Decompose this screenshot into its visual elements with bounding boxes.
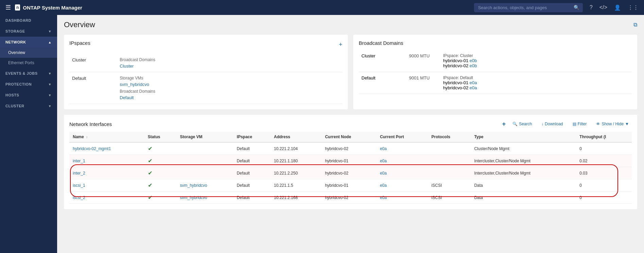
sidebar-item-cluster[interactable]: CLUSTER ▼ bbox=[0, 101, 57, 111]
table-row: inter_2 ✔ Default 10.221.2.250 hybridcvo… bbox=[69, 167, 632, 179]
cell-storage-vm: svm_hybridcvo bbox=[176, 179, 233, 192]
bd-name: Default bbox=[359, 72, 406, 94]
sidebar-item-dashboard[interactable]: DASHBOARD bbox=[0, 15, 57, 26]
status-ok-icon: ✔ bbox=[148, 146, 152, 151]
cell-storage-vm bbox=[176, 155, 233, 167]
sidebar-item-events-jobs[interactable]: EVENTS & JOBS ▼ bbox=[0, 68, 57, 79]
status-ok-icon: ✔ bbox=[148, 182, 152, 188]
chevron-down-icon: ▼ bbox=[48, 72, 52, 75]
cell-current-node: hybridcvo-02 bbox=[322, 192, 376, 204]
cell-ipspace: Default bbox=[233, 179, 270, 192]
port-link[interactable]: e0a bbox=[380, 146, 387, 151]
cell-status: ✔ bbox=[145, 179, 177, 192]
cell-status: ✔ bbox=[145, 192, 177, 204]
port-link[interactable]: e0a bbox=[380, 195, 387, 200]
col-name[interactable]: Name ↕ bbox=[69, 132, 145, 142]
port-link[interactable]: e0a bbox=[380, 171, 387, 176]
app-title: ONTAP System Manager bbox=[23, 5, 82, 11]
network-interfaces-section: Network Interfaces + 🔍 Search ↓ Download… bbox=[64, 115, 637, 209]
storage-vms-label: Storage VMs bbox=[120, 76, 340, 80]
expand-icon[interactable]: ⧉ bbox=[633, 22, 637, 28]
code-icon[interactable]: </> bbox=[599, 4, 607, 11]
interface-name-link[interactable]: iscsi_2 bbox=[73, 195, 85, 200]
cell-status: ✔ bbox=[145, 155, 177, 167]
ni-show-hide-button[interactable]: 👁 Show / Hide ▼ bbox=[593, 120, 632, 128]
broadcast-domains-label2: Broadcast Domains bbox=[120, 89, 340, 94]
ipspaces-title: IPspaces bbox=[69, 40, 90, 46]
sidebar-item-protection[interactable]: PROTECTION ▼ bbox=[0, 79, 57, 90]
storage-vm-link[interactable]: svm_hybridcvo bbox=[180, 195, 207, 200]
ni-download-button[interactable]: ↓ Download bbox=[539, 120, 565, 128]
port-link[interactable]: e0b bbox=[470, 63, 477, 68]
port-link[interactable]: e0b bbox=[470, 58, 477, 63]
sidebar-sub-item-overview[interactable]: Overview bbox=[0, 48, 57, 58]
table-header-row: Name ↕ Status Storage VM IPspace Address… bbox=[69, 132, 632, 142]
interface-name-link[interactable]: inter_1 bbox=[73, 159, 85, 163]
apps-icon[interactable]: ⋮⋮ bbox=[628, 4, 639, 11]
sidebar-sub-item-ethernet-ports[interactable]: Ethernet Ports bbox=[0, 58, 57, 68]
table-row: inter_1 ✔ Default 10.221.1.180 hybridcvo… bbox=[69, 155, 632, 167]
help-icon[interactable]: ? bbox=[590, 4, 593, 11]
interface-name-link[interactable]: inter_2 bbox=[73, 171, 85, 176]
table-row: Cluster 9000 MTU IPspace: Cluster hybrid… bbox=[359, 50, 632, 72]
cell-protocols: iSCSI bbox=[428, 192, 471, 204]
cell-address: 10.221.2.168 bbox=[270, 192, 321, 204]
chevron-down-icon: ▼ bbox=[48, 30, 52, 33]
filter-icon: ▤ bbox=[573, 122, 576, 126]
global-search-input[interactable] bbox=[474, 3, 583, 12]
cell-current-port: e0a bbox=[376, 167, 428, 179]
port-link[interactable]: e0a bbox=[470, 80, 477, 85]
status-ok-icon: ✔ bbox=[148, 170, 152, 176]
cell-address: 10.221.2.104 bbox=[270, 142, 321, 155]
hamburger-menu[interactable]: ☰ bbox=[5, 4, 11, 11]
broadcast-domains-card: Broadcast Domains Cluster 9000 MTU IPspa… bbox=[353, 35, 637, 109]
port-link[interactable]: e0a bbox=[470, 85, 477, 90]
ni-search-button[interactable]: 🔍 Search bbox=[510, 120, 535, 128]
port-link[interactable]: e0a bbox=[380, 183, 387, 188]
col-current-port: Current Port bbox=[376, 132, 428, 142]
page-header: Overview ⧉ bbox=[64, 20, 637, 29]
table-row: iscsi_2 ✔ svm_hybridcvo Default 10.221.2… bbox=[69, 192, 632, 204]
ipspace-name: Cluster bbox=[69, 54, 117, 72]
cell-name: inter_1 bbox=[69, 155, 145, 167]
chevron-down-icon: ▼ bbox=[48, 104, 52, 108]
col-address: Address bbox=[270, 132, 321, 142]
bd-name: Cluster bbox=[359, 50, 406, 72]
sort-icon: ↕ bbox=[86, 135, 88, 139]
user-icon[interactable]: 👤 bbox=[614, 4, 621, 11]
cell-throughput: 0 bbox=[576, 192, 632, 204]
sidebar: DASHBOARD STORAGE ▼ NETWORK ▲ Overview E… bbox=[0, 15, 57, 253]
ipspaces-add-button[interactable]: + bbox=[339, 41, 342, 48]
interface-name-link[interactable]: hybridcvo-02_mgmt1 bbox=[73, 146, 111, 151]
ipspace-name: Default bbox=[69, 72, 117, 104]
ni-add-button[interactable]: + bbox=[502, 121, 506, 128]
app-logo: n ONTAP System Manager bbox=[15, 4, 82, 11]
table-row: Default 9001 MTU IPspace: Default hybrid… bbox=[359, 72, 632, 94]
interface-name-link[interactable]: iscsi_1 bbox=[73, 183, 85, 188]
cell-current-node: hybridcvo-01 bbox=[322, 155, 376, 167]
table-row: Cluster Broadcast Domains Cluster bbox=[69, 54, 342, 72]
cell-name: hybridcvo-02_mgmt1 bbox=[69, 142, 145, 155]
search-icon: 🔍 bbox=[574, 5, 579, 10]
sidebar-item-storage[interactable]: STORAGE ▼ bbox=[0, 26, 57, 37]
broadcast-domain-link2[interactable]: Default bbox=[120, 95, 134, 100]
cell-current-port: e0a bbox=[376, 192, 428, 204]
storage-vm-link[interactable]: svm_hybridcvo bbox=[120, 82, 149, 87]
cell-current-node: hybridcvo-01 bbox=[322, 179, 376, 192]
col-type: Type bbox=[471, 132, 576, 142]
cell-type: Data bbox=[471, 192, 576, 204]
cards-row: IPspaces + Cluster Broadcast Domains Clu… bbox=[64, 35, 637, 109]
sidebar-item-network[interactable]: NETWORK ▲ bbox=[0, 37, 57, 48]
cell-current-port: e0a bbox=[376, 179, 428, 192]
storage-vm-link[interactable]: svm_hybridcvo bbox=[180, 183, 207, 188]
port-link[interactable]: e0a bbox=[380, 159, 387, 163]
broadcast-domain-link[interactable]: Cluster bbox=[120, 64, 134, 69]
bd-mtu: 9000 MTU bbox=[406, 50, 440, 72]
chevron-down-icon: ▼ bbox=[625, 122, 629, 126]
sidebar-item-hosts[interactable]: HOSTS ▼ bbox=[0, 90, 57, 101]
table-row: iscsi_1 ✔ svm_hybridcvo Default 10.221.1… bbox=[69, 179, 632, 192]
cell-type: Intercluster,Cluster/Node Mgmt bbox=[471, 167, 576, 179]
ipspaces-card: IPspaces + Cluster Broadcast Domains Clu… bbox=[64, 35, 348, 109]
ni-filter-button[interactable]: ▤ Filter bbox=[570, 120, 590, 128]
cell-address: 10.221.2.250 bbox=[270, 167, 321, 179]
